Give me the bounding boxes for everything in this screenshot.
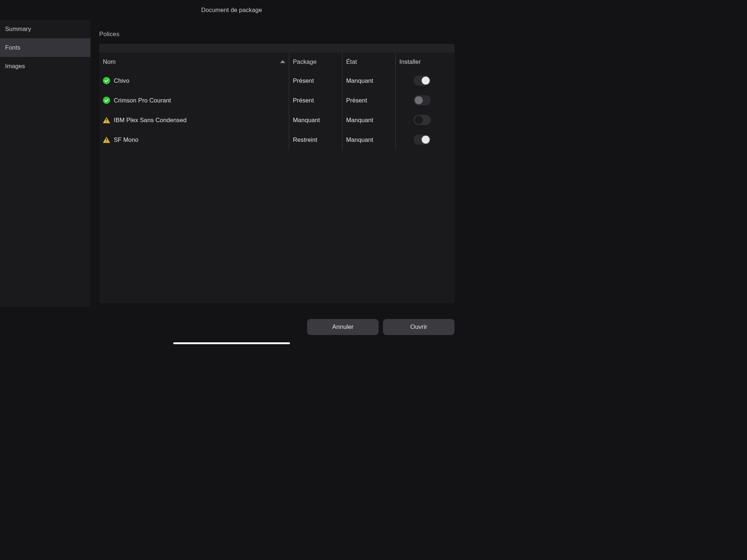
cell-package: Restreint [289,130,342,149]
font-name: Crimson Pro Courant [114,97,171,104]
font-name: IBM Plex Sans Condensed [114,117,187,124]
cell-name[interactable]: Chivo [99,71,289,90]
column-header-label: Package [293,58,317,65]
cell-package: Présent [289,90,342,110]
cell-package: Manquant [289,110,342,130]
install-toggle[interactable] [414,115,431,125]
cell-install [395,110,449,130]
cell-name[interactable]: Crimson Pro Courant [99,90,289,110]
window-title: Document de package [201,7,262,13]
app-window: Document de package Summary Fonts Images… [0,0,463,347]
column-header-label: Installer [399,58,421,65]
cell-package: Présent [289,71,342,90]
sidebar-item-fonts[interactable]: Fonts [0,38,90,57]
install-toggle[interactable] [414,135,431,145]
install-toggle[interactable] [414,95,431,105]
install-toggle[interactable] [414,75,431,86]
column-header-package[interactable]: Package [289,52,342,71]
titlebar: Document de package [0,0,463,20]
column-header-state[interactable]: État [342,52,395,71]
cell-install [395,71,449,90]
sidebar-item-images[interactable]: Images [0,57,90,75]
sidebar-item-label: Fonts [5,44,20,51]
sidebar: Summary Fonts Images [0,20,90,307]
cell-state: Manquant [342,71,395,90]
column-header-label: Nom [103,58,116,65]
table-row: SF Mono Restreint Manquant [99,130,454,149]
open-button[interactable]: Ouvrir [383,319,454,335]
table-topstrip [99,44,454,52]
checkmark-icon [103,77,110,84]
home-indicator[interactable] [173,342,290,344]
body: Summary Fonts Images Polices Nom Pac [0,20,463,307]
table-row: IBM Plex Sans Condensed Manquant Manquan… [99,110,454,130]
warning-icon [103,116,110,124]
sidebar-item-label: Images [5,63,25,69]
cell-state: Présent [342,90,395,110]
table-row: Crimson Pro Courant Présent Présent [99,90,454,110]
cell-state: Manquant [342,130,395,149]
cell-state: Manquant [342,110,395,130]
column-header-install[interactable]: Installer [395,52,449,71]
warning-icon [103,136,110,143]
cell-name[interactable]: SF Mono [99,130,289,149]
section-title: Polices [99,28,454,44]
checkmark-icon [103,97,110,104]
font-name: Chivo [114,77,129,84]
cancel-button[interactable]: Annuler [307,319,379,335]
sort-ascending-icon [280,60,285,63]
column-header-name[interactable]: Nom [99,52,289,71]
sidebar-item-summary[interactable]: Summary [0,20,90,38]
column-header-label: État [346,58,357,65]
main: Polices Nom Package État Installer [90,20,463,307]
cell-name[interactable]: IBM Plex Sans Condensed [99,110,289,130]
table-row: Chivo Présent Manquant [99,71,454,90]
sidebar-item-label: Summary [5,26,31,32]
fonts-table: Nom Package État Installer [99,44,454,303]
table-rows: Chivo Présent Manquant Crimson Pro Coura… [99,71,454,303]
cell-install [395,90,449,110]
font-name: SF Mono [114,136,139,143]
footer: Annuler Ouvrir [0,307,463,347]
cell-install [395,130,449,149]
table-header: Nom Package État Installer [99,52,454,71]
